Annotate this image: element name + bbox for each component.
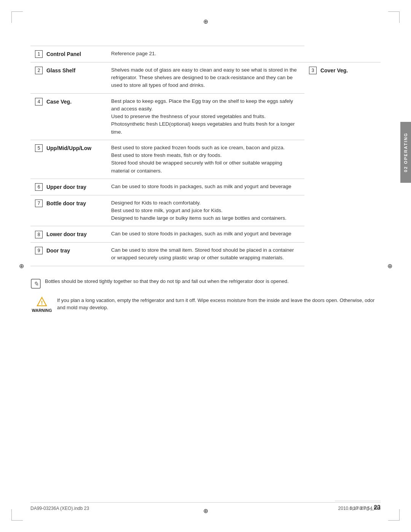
- reg-mark-right: ⊕: [387, 263, 393, 269]
- item-label: Cover Veg.: [320, 67, 348, 73]
- main-content: 1 Control Panel Reference page 21. 2 Gla…: [30, 46, 381, 494]
- item-number: 8: [35, 231, 43, 238]
- item-label: Lower door tray: [46, 231, 87, 237]
- note-text: Bottles should be stored tightly togethe…: [45, 278, 288, 285]
- item-label-cell: 1 Control Panel: [30, 46, 107, 62]
- table-row: 9 Door tray Can be used to store the sma…: [30, 243, 381, 266]
- item-label-cell: 5 Upp/Mid/Upp/Low: [30, 140, 107, 179]
- item-number: 1: [35, 50, 43, 58]
- table-row: 7 Bottle door tray Designed for Kids to …: [30, 195, 381, 226]
- item-desc: Designed for Kids to reach comfortably.B…: [107, 195, 304, 226]
- item-label: Upper door tray: [46, 184, 86, 190]
- svg-text:✎: ✎: [33, 281, 38, 287]
- side-tab-label: 02 OPERATING: [403, 133, 408, 172]
- info-table: 1 Control Panel Reference page 21. 2 Gla…: [30, 46, 381, 266]
- table-row: 5 Upp/Mid/Upp/Low Best used to store pac…: [30, 140, 381, 179]
- warning-label: WARNING: [32, 308, 52, 313]
- page-number-area: operating _23: [335, 501, 381, 511]
- item-desc: Can be used to store foods in packages, …: [107, 179, 304, 195]
- reg-mark-top: ⊕: [202, 18, 209, 24]
- item-desc: Can be used to store foods in packages, …: [107, 226, 304, 243]
- item-label-cell: 7 Bottle door tray: [30, 195, 107, 226]
- item-number: 3: [309, 67, 317, 74]
- table-row: 1 Control Panel Reference page 21.: [30, 46, 381, 62]
- item-desc: Best place to keep eggs. Place the Egg t…: [107, 93, 304, 140]
- svg-text:!: !: [41, 300, 43, 306]
- item-label-cell: 9 Door tray: [30, 243, 107, 266]
- item-label-cell: 6 Upper door tray: [30, 179, 107, 195]
- item-number: 5: [35, 144, 43, 152]
- item-label-cell: 8 Lower door tray: [30, 226, 107, 243]
- item-label-cell: 4 Case Veg.: [30, 93, 107, 140]
- operating-label: operating: [350, 505, 369, 511]
- item-number: 6: [35, 183, 43, 191]
- table-row: 6 Upper door tray Can be used to store f…: [30, 179, 381, 195]
- side-tab: 02 OPERATING: [400, 122, 411, 183]
- item-number: 2: [35, 67, 43, 74]
- warning-icon-area: ! WARNING: [30, 297, 53, 313]
- item-label-cell: 2 Glass Shelf: [30, 62, 107, 93]
- corner-mark-br: [388, 509, 400, 521]
- corner-mark-tl: [11, 11, 23, 23]
- note-icon: ✎: [30, 278, 41, 289]
- warning-section: ! WARNING If you plan a long vacation, e…: [30, 297, 381, 313]
- item-number: 7: [35, 200, 43, 207]
- item-label-cell: 3 Cover Veg.: [304, 62, 381, 93]
- warning-icon: !: [37, 297, 47, 307]
- footer-left: DA99-03236A (XEO).indb 23: [30, 506, 89, 511]
- item-label: Glass Shelf: [46, 67, 75, 73]
- page-number: _23: [370, 504, 381, 511]
- note-section: ✎ Bottles should be stored tightly toget…: [30, 278, 381, 289]
- item-label: Case Veg.: [46, 98, 72, 104]
- item-label: Door tray: [46, 248, 70, 254]
- item-number: 9: [35, 247, 43, 254]
- item-desc: Can be used to store the small item. Sto…: [107, 243, 304, 266]
- item-number: 4: [35, 98, 43, 105]
- item-label: Control Panel: [46, 51, 81, 57]
- table-row: 8 Lower door tray Can be used to store f…: [30, 226, 381, 243]
- item-label: Bottle door tray: [46, 200, 86, 206]
- item-label: Upp/Mid/Upp/Low: [46, 145, 91, 151]
- reg-mark-left: ⊕: [18, 263, 24, 269]
- table-row: 4 Case Veg. Best place to keep eggs. Pla…: [30, 93, 381, 140]
- warning-text: If you plan a long vacation, empty the r…: [57, 297, 381, 312]
- corner-mark-tr: [388, 11, 400, 23]
- footer: DA99-03236A (XEO).indb 23 2010.6.17 3:7:…: [30, 502, 381, 511]
- item-desc: Shelves made out of glass are easy to cl…: [107, 62, 304, 93]
- item-desc: Reference page 21.: [107, 46, 304, 62]
- item-desc: Best used to store packed frozen foods s…: [107, 140, 304, 179]
- corner-mark-bl: [11, 509, 23, 521]
